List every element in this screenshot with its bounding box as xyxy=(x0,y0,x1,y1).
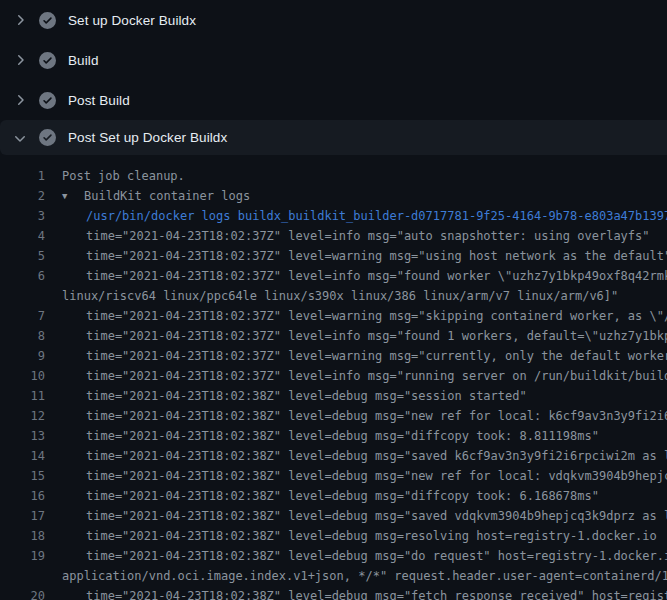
log-line-text: time="2021-04-23T18:02:38Z" level=debug … xyxy=(86,546,667,566)
log-line-text: /usr/bin/docker logs buildx_buildkit_bui… xyxy=(86,206,667,226)
line-number[interactable]: 11 xyxy=(0,386,45,406)
line-number[interactable] xyxy=(0,286,45,306)
line-number[interactable]: 7 xyxy=(0,306,45,326)
line-number[interactable]: 5 xyxy=(0,246,45,266)
log-group-toggle[interactable]: 2 ▼BuildKit container logs xyxy=(0,186,667,206)
log-line-text: time="2021-04-23T18:02:37Z" level=info m… xyxy=(86,226,650,246)
triangle-down-icon: ▼ xyxy=(62,186,84,206)
line-number[interactable]: 8 xyxy=(0,326,45,346)
log-line-text: Post job cleanup. xyxy=(62,166,185,186)
log-line: 4 time="2021-04-23T18:02:37Z" level=info… xyxy=(0,226,667,246)
log-line: 20 time="2021-04-23T18:02:38Z" level=deb… xyxy=(0,586,667,600)
line-number[interactable]: 18 xyxy=(0,526,45,546)
log-line-text: time="2021-04-23T18:02:37Z" level=warnin… xyxy=(86,346,667,366)
log-line-text: time="2021-04-23T18:02:38Z" level=debug … xyxy=(86,386,527,406)
log-line: 6 time="2021-04-23T18:02:37Z" level=info… xyxy=(0,266,667,286)
log-line-text: time="2021-04-23T18:02:38Z" level=debug … xyxy=(86,586,667,600)
log-group-title: BuildKit container logs xyxy=(84,189,250,203)
log-line: 8 time="2021-04-23T18:02:37Z" level=info… xyxy=(0,326,667,346)
log-line-text: linux/riscv64 linux/ppc64le linux/s390x … xyxy=(62,286,618,306)
log-line: 17 time="2021-04-23T18:02:38Z" level=deb… xyxy=(0,506,667,526)
line-number[interactable] xyxy=(0,566,45,586)
log-line: 3 /usr/bin/docker logs buildx_buildkit_b… xyxy=(0,206,667,226)
log-line-text: application/vnd.oci.image.index.v1+json,… xyxy=(62,566,667,586)
step-row-build[interactable]: Build xyxy=(0,40,667,80)
log-line: 13 time="2021-04-23T18:02:38Z" level=deb… xyxy=(0,426,667,446)
step-title: Build xyxy=(68,53,99,68)
log-line-text: time="2021-04-23T18:02:38Z" level=debug … xyxy=(86,526,657,546)
log-line: 5 time="2021-04-23T18:02:37Z" level=warn… xyxy=(0,246,667,266)
log-line-text: time="2021-04-23T18:02:37Z" level=info m… xyxy=(86,366,667,386)
line-number[interactable]: 16 xyxy=(0,486,45,506)
log-line-text: time="2021-04-23T18:02:38Z" level=debug … xyxy=(86,446,667,466)
chevron-right-icon[interactable] xyxy=(12,52,28,68)
line-number[interactable]: 10 xyxy=(0,366,45,386)
line-number[interactable]: 15 xyxy=(0,466,45,486)
log-line: 14 time="2021-04-23T18:02:38Z" level=deb… xyxy=(0,446,667,466)
log-line: 16 time="2021-04-23T18:02:38Z" level=deb… xyxy=(0,486,667,506)
line-number[interactable]: 17 xyxy=(0,506,45,526)
log-line-text: time="2021-04-23T18:02:37Z" level=warnin… xyxy=(86,246,667,266)
log-line-text: time="2021-04-23T18:02:38Z" level=debug … xyxy=(86,466,667,486)
log-line-text: time="2021-04-23T18:02:38Z" level=debug … xyxy=(86,426,599,446)
steps-list: Set up Docker Buildx Build Post Build Po… xyxy=(0,0,667,155)
step-title: Set up Docker Buildx xyxy=(68,13,196,28)
line-number[interactable]: 6 xyxy=(0,266,45,286)
step-title: Post Set up Docker Buildx xyxy=(68,130,227,145)
line-number[interactable]: 3 xyxy=(0,206,45,226)
step-row-post-build[interactable]: Post Build xyxy=(0,80,667,120)
log-line-text: time="2021-04-23T18:02:38Z" level=debug … xyxy=(86,506,667,526)
log-line-text: ▼BuildKit container logs xyxy=(62,186,250,206)
chevron-right-icon[interactable] xyxy=(12,12,28,28)
check-circle-icon xyxy=(39,129,56,146)
step-row-set-up-docker-buildx[interactable]: Set up Docker Buildx xyxy=(0,0,667,40)
log-line-wrap-continuation: application/vnd.oci.image.index.v1+json,… xyxy=(0,566,667,586)
line-number[interactable]: 19 xyxy=(0,546,45,566)
line-number[interactable]: 4 xyxy=(0,226,45,246)
line-number[interactable]: 9 xyxy=(0,346,45,366)
log-line: 10 time="2021-04-23T18:02:37Z" level=inf… xyxy=(0,366,667,386)
line-number[interactable]: 2 xyxy=(0,186,45,206)
line-number[interactable]: 20 xyxy=(0,586,45,600)
log-line-text: time="2021-04-23T18:02:38Z" level=debug … xyxy=(86,406,667,426)
log-line: 12 time="2021-04-23T18:02:38Z" level=deb… xyxy=(0,406,667,426)
chevron-down-icon[interactable] xyxy=(12,130,28,146)
line-number[interactable]: 1 xyxy=(0,166,45,186)
log-line: 15 time="2021-04-23T18:02:38Z" level=deb… xyxy=(0,466,667,486)
check-circle-icon xyxy=(39,92,56,109)
line-number[interactable]: 14 xyxy=(0,446,45,466)
log-line: 11 time="2021-04-23T18:02:38Z" level=deb… xyxy=(0,386,667,406)
log-line: 9 time="2021-04-23T18:02:37Z" level=warn… xyxy=(0,346,667,366)
log-line: 18 time="2021-04-23T18:02:38Z" level=deb… xyxy=(0,526,667,546)
step-title: Post Build xyxy=(68,93,130,108)
check-circle-icon xyxy=(39,12,56,29)
log-line-text: time="2021-04-23T18:02:37Z" level=warnin… xyxy=(86,306,667,326)
log-line: 7 time="2021-04-23T18:02:37Z" level=warn… xyxy=(0,306,667,326)
log-line-text: time="2021-04-23T18:02:37Z" level=info m… xyxy=(86,326,667,346)
check-circle-icon xyxy=(39,52,56,69)
step-row-post-set-up-docker-buildx[interactable]: Post Set up Docker Buildx xyxy=(0,120,667,155)
chevron-right-icon[interactable] xyxy=(12,92,28,108)
log-line-text: time="2021-04-23T18:02:38Z" level=debug … xyxy=(86,486,599,506)
log-line-wrap-continuation: linux/riscv64 linux/ppc64le linux/s390x … xyxy=(0,286,667,306)
log-line-text: time="2021-04-23T18:02:37Z" level=info m… xyxy=(86,266,667,286)
log-output: 1 Post job cleanup. 2 ▼BuildKit containe… xyxy=(0,155,667,600)
log-line: 1 Post job cleanup. xyxy=(0,166,667,186)
log-line: 19 time="2021-04-23T18:02:38Z" level=deb… xyxy=(0,546,667,566)
line-number[interactable]: 13 xyxy=(0,426,45,446)
line-number[interactable]: 12 xyxy=(0,406,45,426)
